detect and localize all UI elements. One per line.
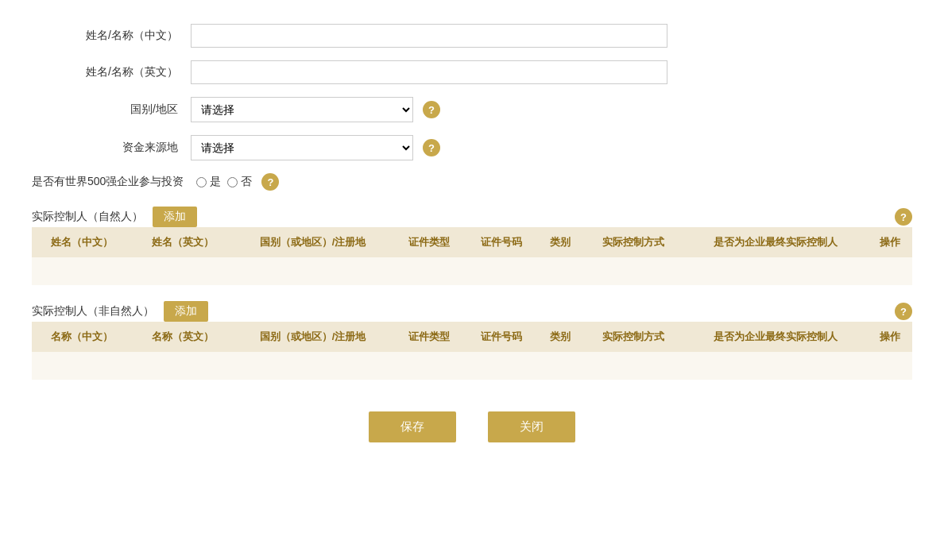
natural-person-table: 姓名（中文） 姓名（英文） 国别（或地区）/注册地 证件类型 证件号码 类别 实… bbox=[32, 227, 912, 285]
fortune500-field-wrapper: 是 否 ? bbox=[196, 173, 279, 191]
nnp-col-country: 国别（或地区）/注册地 bbox=[233, 322, 393, 352]
country-label: 国别/地区 bbox=[32, 102, 191, 117]
name-en-input[interactable] bbox=[191, 60, 667, 84]
nnp-col-name-en: 名称（英文） bbox=[132, 322, 232, 352]
nnp-col-category: 类别 bbox=[538, 322, 583, 352]
natural-person-empty-cell bbox=[32, 257, 912, 285]
non-natural-person-header-row: 名称（中文） 名称（英文） 国别（或地区）/注册地 证件类型 证件号码 类别 实… bbox=[32, 322, 912, 352]
name-en-label: 姓名/名称（英文） bbox=[32, 65, 191, 79]
save-button[interactable]: 保存 bbox=[369, 411, 456, 442]
fortune500-no-text: 否 bbox=[241, 175, 252, 189]
np-col-action: 操作 bbox=[867, 227, 912, 257]
country-field-wrapper: 请选择 ? bbox=[191, 97, 440, 122]
non-natural-person-header-wrapper: 实际控制人（非自然人） 添加 ? bbox=[32, 301, 912, 322]
natural-person-help-icon[interactable]: ? bbox=[895, 208, 912, 226]
natural-person-table-head: 姓名（中文） 姓名（英文） 国别（或地区）/注册地 证件类型 证件号码 类别 实… bbox=[32, 227, 912, 257]
non-natural-person-table-head: 名称（中文） 名称（英文） 国别（或地区）/注册地 证件类型 证件号码 类别 实… bbox=[32, 322, 912, 352]
natural-person-empty-row bbox=[32, 257, 912, 285]
fund-source-row: 资金来源地 请选择 ? bbox=[32, 135, 912, 160]
natural-person-header-wrapper: 实际控制人（自然人） 添加 ? bbox=[32, 207, 912, 227]
nnp-col-control-method: 实际控制方式 bbox=[583, 322, 683, 352]
non-natural-person-header-left: 实际控制人（非自然人） 添加 bbox=[32, 301, 208, 322]
fund-source-select[interactable]: 请选择 bbox=[191, 135, 413, 160]
non-natural-person-add-button[interactable]: 添加 bbox=[164, 301, 208, 322]
fund-source-field-wrapper: 请选择 ? bbox=[191, 135, 440, 160]
natural-person-header-row: 姓名（中文） 姓名（英文） 国别（或地区）/注册地 证件类型 证件号码 类别 实… bbox=[32, 227, 912, 257]
fund-source-help-icon[interactable]: ? bbox=[423, 139, 440, 156]
natural-person-label: 实际控制人（自然人） bbox=[32, 210, 143, 224]
fortune500-yes-text: 是 bbox=[210, 175, 221, 189]
country-help-icon[interactable]: ? bbox=[423, 101, 440, 118]
country-row: 国别/地区 请选择 ? bbox=[32, 97, 912, 122]
np-col-name-en: 姓名（英文） bbox=[132, 227, 232, 257]
close-button[interactable]: 关闭 bbox=[488, 411, 575, 442]
country-select[interactable]: 请选择 bbox=[191, 97, 413, 122]
nnp-col-is-final-controller: 是否为企业最终实际控制人 bbox=[683, 322, 867, 352]
np-col-cert-no: 证件号码 bbox=[466, 227, 538, 257]
non-natural-person-label: 实际控制人（非自然人） bbox=[32, 304, 154, 319]
fortune500-radio-group: 是 否 bbox=[196, 175, 252, 189]
np-col-name-cn: 姓名（中文） bbox=[32, 227, 132, 257]
main-form: 姓名/名称（中文） 姓名/名称（英文） 国别/地区 请选择 ? 资金来源地 请选… bbox=[32, 24, 912, 191]
natural-person-add-button[interactable]: 添加 bbox=[153, 207, 197, 227]
fortune500-label: 是否有世界500强企业参与投资 bbox=[32, 175, 196, 189]
fund-source-label: 资金来源地 bbox=[32, 141, 191, 155]
natural-person-header-left: 实际控制人（自然人） 添加 bbox=[32, 207, 197, 227]
nnp-col-action: 操作 bbox=[867, 322, 912, 352]
non-natural-person-section: 实际控制人（非自然人） 添加 ? 名称（中文） 名称（英文） 国别（或地区）/注… bbox=[32, 301, 912, 380]
np-col-cert-type: 证件类型 bbox=[393, 227, 465, 257]
name-en-row: 姓名/名称（英文） bbox=[32, 60, 912, 84]
np-col-control-method: 实际控制方式 bbox=[583, 227, 683, 257]
fortune500-row: 是否有世界500强企业参与投资 是 否 ? bbox=[32, 173, 912, 191]
nnp-col-cert-type: 证件类型 bbox=[393, 322, 465, 352]
non-natural-person-table-body bbox=[32, 352, 912, 380]
fortune500-help-icon[interactable]: ? bbox=[261, 173, 279, 191]
name-cn-label: 姓名/名称（中文） bbox=[32, 29, 191, 43]
non-natural-person-empty-row bbox=[32, 352, 912, 380]
non-natural-person-table: 名称（中文） 名称（英文） 国别（或地区）/注册地 证件类型 证件号码 类别 实… bbox=[32, 322, 912, 380]
name-cn-input[interactable] bbox=[191, 24, 667, 48]
natural-person-table-body bbox=[32, 257, 912, 285]
np-col-country: 国别（或地区）/注册地 bbox=[233, 227, 393, 257]
footer-buttons: 保存 关闭 bbox=[32, 411, 912, 442]
non-natural-person-empty-cell bbox=[32, 352, 912, 380]
np-col-category: 类别 bbox=[538, 227, 583, 257]
nnp-col-cert-no: 证件号码 bbox=[466, 322, 538, 352]
nnp-col-name-cn: 名称（中文） bbox=[32, 322, 132, 352]
np-col-is-final-controller: 是否为企业最终实际控制人 bbox=[683, 227, 867, 257]
fortune500-no-radio[interactable] bbox=[227, 177, 238, 187]
non-natural-person-help-icon[interactable]: ? bbox=[895, 303, 912, 320]
fortune500-yes-label[interactable]: 是 bbox=[196, 175, 221, 189]
natural-person-section: 实际控制人（自然人） 添加 ? 姓名（中文） 姓名（英文） 国别（或地区）/注册… bbox=[32, 207, 912, 285]
name-cn-row: 姓名/名称（中文） bbox=[32, 24, 912, 48]
fortune500-no-label[interactable]: 否 bbox=[227, 175, 252, 189]
fortune500-yes-radio[interactable] bbox=[196, 177, 207, 187]
